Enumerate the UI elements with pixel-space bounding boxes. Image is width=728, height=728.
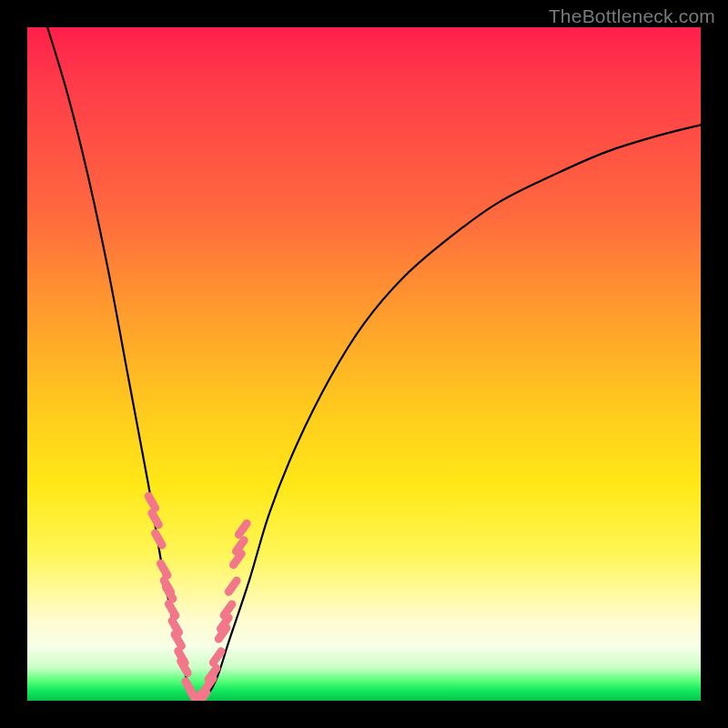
sample-point [148, 496, 155, 508]
sample-points-layer [27, 27, 701, 701]
chart-frame: TheBottleneck.com [0, 0, 728, 728]
sample-point [213, 652, 221, 662]
sample-point [238, 523, 247, 534]
sample-point [228, 581, 237, 592]
sample-point [236, 541, 244, 551]
sample-point [234, 554, 242, 565]
sample-point [168, 604, 175, 616]
sample-point [152, 513, 158, 525]
sample-point [156, 533, 162, 545]
watermark-text: TheBottleneck.com [549, 5, 715, 27]
plot-area [27, 27, 701, 701]
sample-point [160, 563, 167, 575]
sample-point [224, 604, 232, 615]
